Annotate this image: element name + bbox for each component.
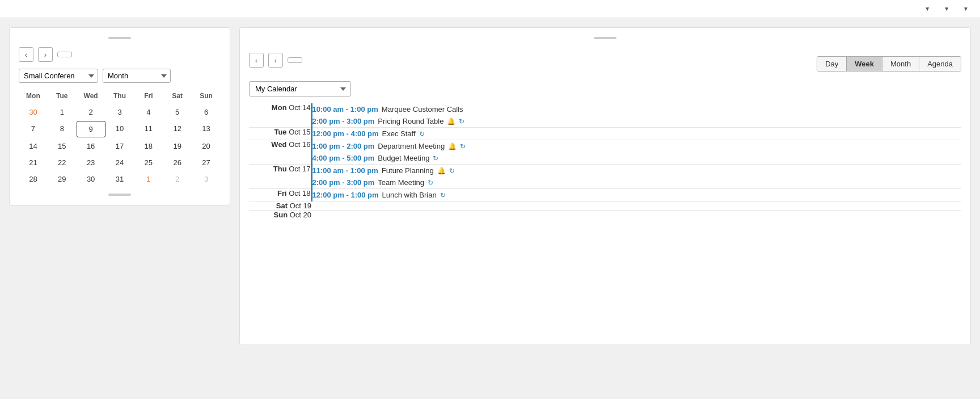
- personalize-dropdown[interactable]: ▼: [941, 6, 949, 12]
- mini-cal-cell[interactable]: 11: [134, 121, 163, 137]
- big-cal-nav-row: ‹ ›: [249, 53, 311, 68]
- mini-cal-cell[interactable]: 12: [163, 121, 192, 137]
- day-label-cell: Fri Oct 18: [249, 189, 311, 201]
- event-item[interactable]: 4:00 pm - 5:00 pm Budget Meeting ↻: [312, 152, 962, 164]
- small-panel-drag-handle-bottom[interactable]: [108, 194, 131, 196]
- view-btn-day[interactable]: Day: [817, 57, 847, 71]
- mini-cal-cell[interactable]: 10: [105, 121, 134, 137]
- day-label-cell: Mon Oct 14: [249, 103, 311, 128]
- event-item[interactable]: 12:00 pm - 4:00 pm Exec Staff ↻: [312, 128, 962, 140]
- schedule-row: Sun Oct 20: [249, 211, 961, 220]
- big-calendar-select[interactable]: My Calendar: [249, 81, 351, 96]
- event-title: Future Planning: [382, 166, 434, 175]
- mini-cal-cell[interactable]: 31: [105, 171, 134, 187]
- big-cal-today-button[interactable]: [288, 57, 302, 63]
- day-label: Fri Oct 18: [277, 189, 311, 198]
- event-item[interactable]: 11:00 am - 1:00 pm Future Planning 🔔↻: [312, 165, 962, 177]
- mini-cal-cell[interactable]: 19: [163, 138, 192, 154]
- room-select[interactable]: Small Conferen: [19, 69, 98, 83]
- event-item[interactable]: 2:00 pm - 3:00 pm Team Meeting ↻: [312, 177, 962, 188]
- view-select-small[interactable]: Month Week Day Agenda: [103, 69, 171, 83]
- mini-cal-cell[interactable]: 29: [48, 171, 77, 187]
- bell-icon: 🔔: [448, 142, 457, 150]
- big-cal-next-button[interactable]: ›: [268, 53, 283, 68]
- header-fri: Fri: [134, 90, 163, 102]
- view-btn-week[interactable]: Week: [847, 57, 882, 71]
- mini-cal-cell[interactable]: 2: [163, 171, 192, 187]
- mini-cal-cell[interactable]: 4: [134, 104, 163, 120]
- big-panel-drag-handle-top[interactable]: [594, 37, 616, 39]
- day-label-cell: Sat Oct 19: [249, 201, 311, 211]
- bell-icon: 🔔: [437, 167, 446, 175]
- event-time: 12:00 pm - 1:00 pm: [312, 191, 379, 199]
- day-label: Wed Oct 16: [271, 140, 310, 149]
- mini-cal-cell[interactable]: 21: [19, 155, 48, 170]
- big-cal-prev-button[interactable]: ‹: [249, 53, 264, 68]
- schedule-row: Sat Oct 19: [249, 201, 961, 211]
- events-cell: 12:00 pm - 1:00 pm Lunch with Brian ↻: [311, 189, 961, 201]
- viewing-dropdown[interactable]: ▼: [922, 6, 930, 12]
- mini-cal-cell[interactable]: 1: [134, 171, 163, 187]
- event-title: Department Meeting: [378, 142, 445, 150]
- day-label-cell: Wed Oct 16: [249, 140, 311, 165]
- mini-cal-cell[interactable]: 5: [163, 104, 192, 120]
- events-cell: [311, 201, 961, 211]
- small-panel-drag-handle-top[interactable]: [108, 37, 131, 39]
- mini-cal-cell[interactable]: 8: [48, 121, 77, 137]
- small-cal-next-button[interactable]: ›: [38, 47, 53, 62]
- day-label-cell: Tue Oct 15: [249, 128, 311, 140]
- events-cell: 12:00 pm - 4:00 pm Exec Staff ↻: [311, 128, 961, 140]
- big-cal-select-row: My Calendar: [249, 81, 961, 96]
- mini-cal-cell[interactable]: 25: [134, 155, 163, 170]
- mini-cal-cell[interactable]: 7: [19, 121, 48, 137]
- layout-dropdown[interactable]: ▼: [961, 6, 969, 12]
- mini-cal-cell[interactable]: 15: [48, 138, 77, 154]
- event-title: Team Meeting: [378, 178, 424, 187]
- day-label: Sun Oct 20: [274, 211, 311, 219]
- repeat-icon: ↻: [419, 130, 425, 138]
- mini-cal-cell[interactable]: 13: [192, 121, 221, 137]
- day-label-cell: Thu Oct 17: [249, 165, 311, 189]
- mini-cal-cell[interactable]: 1: [48, 104, 77, 120]
- mini-cal-cell[interactable]: 20: [192, 138, 221, 154]
- mini-cal-cell[interactable]: 27: [192, 155, 221, 170]
- event-item[interactable]: 12:00 pm - 1:00 pm Lunch with Brian ↻: [312, 189, 962, 201]
- mini-cal-cell[interactable]: 30: [77, 171, 105, 187]
- event-time: 11:00 am - 1:00 pm: [312, 166, 378, 175]
- event-time: 2:00 pm - 3:00 pm: [312, 117, 375, 125]
- mini-cal-cell[interactable]: 9: [77, 121, 105, 137]
- schedule-table: Mon Oct 14 10:00 am - 1:00 pm Marquee Cu…: [249, 103, 961, 219]
- view-btn-month[interactable]: Month: [882, 57, 919, 71]
- repeat-icon: ↻: [428, 179, 433, 187]
- mini-cal-cell[interactable]: 24: [105, 155, 134, 170]
- mini-cal-days-header: Mon Tue Wed Thu Fri Sat Sun: [19, 90, 221, 102]
- mini-cal-cell[interactable]: 23: [77, 155, 105, 170]
- event-item[interactable]: 1:00 pm - 2:00 pm Department Meeting 🔔↻: [312, 140, 962, 152]
- topbar: ▼ ▼ ▼: [0, 0, 980, 18]
- bell-icon: 🔔: [447, 117, 455, 125]
- mini-cal-cell[interactable]: 18: [134, 138, 163, 154]
- header-sun: Sun: [192, 90, 221, 102]
- header-sat: Sat: [163, 90, 192, 102]
- small-cal-prev-button[interactable]: ‹: [19, 47, 33, 62]
- view-btn-agenda[interactable]: Agenda: [919, 57, 961, 71]
- events-cell: 1:00 pm - 2:00 pm Department Meeting 🔔↻ …: [311, 140, 961, 165]
- event-title: Exec Staff: [382, 129, 416, 138]
- mini-cal-cell[interactable]: 3: [105, 104, 134, 120]
- main-content: ‹ › Small Conferen Month Week Day Agenda…: [0, 18, 980, 354]
- mini-cal-cell[interactable]: 2: [77, 104, 105, 120]
- event-item[interactable]: 2:00 pm - 3:00 pm Pricing Round Table 🔔↻: [312, 115, 962, 127]
- mini-cal-cell[interactable]: 3: [192, 171, 221, 187]
- mini-cal-cell[interactable]: 22: [48, 155, 77, 170]
- mini-cal-cell[interactable]: 26: [163, 155, 192, 170]
- mini-cal-cell[interactable]: 30: [19, 104, 48, 120]
- small-calendar-nav-row: ‹ ›: [19, 47, 221, 62]
- mini-cal-cell[interactable]: 6: [192, 104, 221, 120]
- mini-cal-cell[interactable]: 16: [77, 138, 105, 154]
- event-item[interactable]: 10:00 am - 1:00 pm Marquee Customer Call…: [312, 103, 962, 115]
- mini-cal-cell[interactable]: 14: [19, 138, 48, 154]
- mini-cal-grid: 3012345678910111213141516171819202122232…: [19, 104, 221, 187]
- mini-cal-cell[interactable]: 28: [19, 171, 48, 187]
- mini-cal-cell[interactable]: 17: [105, 138, 134, 154]
- small-cal-today-button[interactable]: [57, 52, 72, 57]
